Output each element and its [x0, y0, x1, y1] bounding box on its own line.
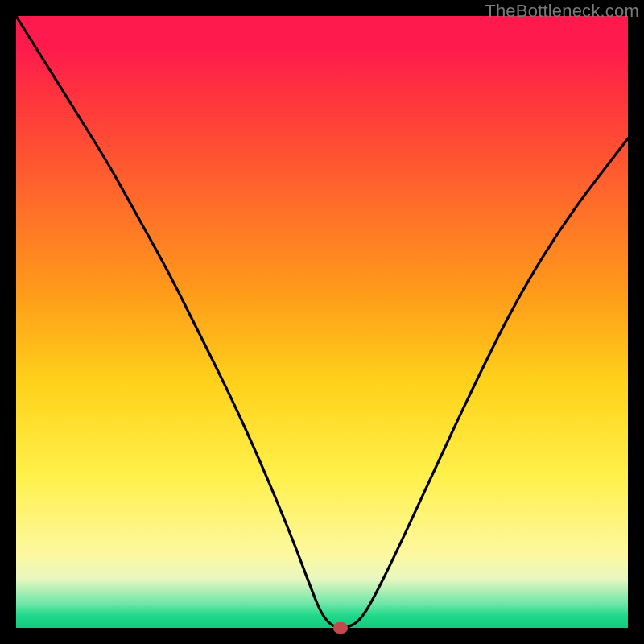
chart-frame: TheBottleneck.com — [0, 0, 644, 644]
optimal-marker — [333, 622, 348, 634]
bottleneck-curve — [16, 16, 628, 628]
watermark-text: TheBottleneck.com — [485, 1, 639, 22]
